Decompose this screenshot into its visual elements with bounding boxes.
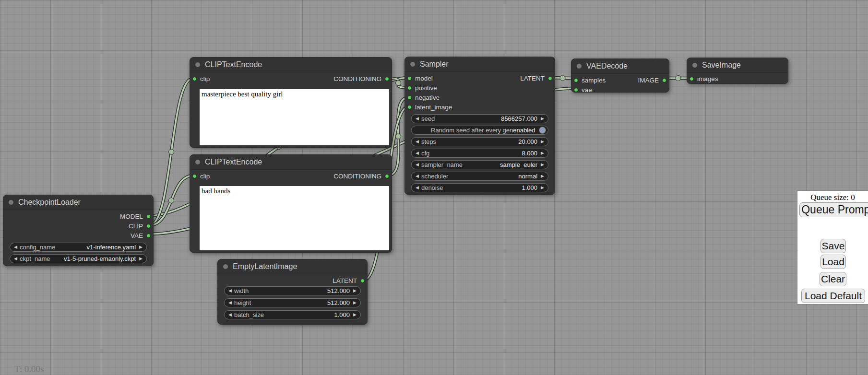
output-label: CLIP [129,223,143,230]
load-button[interactable]: Load [820,255,846,269]
increment-arrow-icon[interactable]: ▶ [353,289,357,293]
input-slot-icon[interactable] [192,174,197,178]
node-title-bar[interactable]: VAEDecode [571,59,669,74]
input-slot-clip: clip [192,75,210,82]
node-title-bar[interactable]: SaveImage [687,58,788,73]
link-midpoint-dot[interactable] [169,198,174,203]
node-title-bar[interactable]: CheckpointLoader [3,195,153,210]
node-save-image[interactable]: SaveImage images [687,58,788,84]
decrement-arrow-icon[interactable]: ◀ [416,117,419,121]
widget-value: 1.000 [522,184,538,191]
widget-label: sampler_name [421,161,463,168]
clear-button[interactable]: Clear [820,272,846,286]
output-slot-icon[interactable] [146,234,151,238]
widget-config-name[interactable]: ◀ config_name v1-inference.yaml ▶ [10,243,147,252]
node-title-bar[interactable]: EmptyLatentImage [218,259,367,274]
widget-denoise[interactable]: ◀ denoise 1.000 ▶ [411,183,548,192]
collapse-dot-icon[interactable] [195,62,200,67]
output-slot-icon[interactable] [360,279,365,283]
widget-sampler-name[interactable]: ◀ sampler_name sample_euler ▶ [411,160,548,169]
output-slot-icon[interactable] [548,76,552,81]
link-midpoint-dot[interactable] [676,76,681,81]
input-slot-icon[interactable] [574,78,578,82]
widget-cfg[interactable]: ◀ cfg 8.000 ▶ [411,149,548,158]
input-slot-icon[interactable] [407,86,412,90]
input-slot-images: images [687,74,788,83]
link-midpoint-dot[interactable] [169,149,174,154]
collapse-dot-icon[interactable] [577,64,582,69]
collapse-dot-icon[interactable] [9,200,13,205]
node-sampler[interactable]: Sampler model LATENT positive negative l… [404,57,555,195]
output-slot-icon[interactable] [146,214,151,219]
output-slot-icon[interactable] [146,224,151,228]
decrement-arrow-icon[interactable]: ◀ [416,186,419,190]
increment-arrow-icon[interactable]: ▶ [541,151,544,155]
widget-steps[interactable]: ◀ steps 20.000 ▶ [411,137,548,146]
widget-seed[interactable]: ◀ seed 8566257.000 ▶ [411,114,548,123]
widget-height[interactable]: ◀ height 512.000 ▶ [224,298,361,307]
increment-arrow-icon[interactable]: ▶ [541,174,544,178]
collapse-dot-icon[interactable] [410,62,415,67]
input-slot-icon[interactable] [574,88,578,92]
input-slot-icon[interactable] [192,77,197,81]
node-clip-text-encode-negative[interactable]: CLIPTextEncode clip CONDITIONING bad han… [190,154,392,253]
output-slot-icon[interactable] [385,174,389,178]
render-time-stat: T: 0.00s [14,364,44,375]
collapse-dot-icon[interactable] [223,264,228,269]
increment-arrow-icon[interactable]: ▶ [541,140,544,144]
decrement-arrow-icon[interactable]: ◀ [416,174,419,178]
link-midpoint-dot[interactable] [396,81,401,86]
input-slot-negative: negative [405,93,555,102]
decrement-arrow-icon[interactable]: ◀ [416,163,419,167]
input-slot-icon[interactable] [407,105,412,109]
output-slot-icon[interactable] [662,78,666,82]
save-button[interactable]: Save [820,239,846,253]
widget-value: v1-5-pruned-emaonly.ckpt [64,255,136,262]
input-label: clip [200,75,210,82]
input-slot-icon[interactable] [407,95,412,100]
decrement-arrow-icon[interactable]: ◀ [14,245,17,249]
widget-scheduler[interactable]: ◀ scheduler normal ▶ [411,172,548,181]
decrement-arrow-icon[interactable]: ◀ [14,257,17,261]
output-label: MODEL [120,213,143,220]
prompt-textarea[interactable]: bad hands [200,186,389,250]
node-checkpoint-loader[interactable]: CheckpointLoader MODEL CLIP VAE ◀ config… [3,195,154,266]
collapse-dot-icon[interactable] [692,63,697,68]
decrement-arrow-icon[interactable]: ◀ [228,301,232,305]
collapse-dot-icon[interactable] [195,160,200,164]
output-slot-icon[interactable] [385,77,389,81]
load-default-button[interactable]: Load Default [801,289,865,303]
node-vae-decode[interactable]: VAEDecode samples IMAGE vae [571,59,669,93]
increment-arrow-icon[interactable]: ▶ [353,313,357,317]
decrement-arrow-icon[interactable]: ◀ [416,151,419,155]
increment-arrow-icon[interactable]: ▶ [541,186,544,190]
node-title-bar[interactable]: CLIPTextEncode [190,58,392,72]
widget-random-seed-toggle[interactable]: Random seed after every gen enabled [411,126,548,135]
node-title-bar[interactable]: CLIPTextEncode [190,155,392,170]
increment-arrow-icon[interactable]: ▶ [541,163,544,167]
input-slot-icon[interactable] [407,76,412,81]
increment-arrow-icon[interactable]: ▶ [139,257,143,261]
widget-ckpt-name[interactable]: ◀ ckpt_name v1-5-pruned-emaonly.ckpt ▶ [10,254,147,263]
decrement-arrow-icon[interactable]: ◀ [228,289,232,293]
node-clip-text-encode-positive[interactable]: CLIPTextEncode clip CONDITIONING masterp… [190,57,392,148]
node-empty-latent-image[interactable]: EmptyLatentImage LATENT ◀ width 512.000 … [217,259,368,325]
widget-batch-size[interactable]: ◀ batch_size 1.000 ▶ [224,310,361,319]
widget-value: 20.000 [518,138,537,145]
decrement-arrow-icon[interactable]: ◀ [228,313,232,317]
increment-arrow-icon[interactable]: ▶ [541,117,544,121]
prompt-textarea[interactable]: masterpiece best quality girl [200,89,389,145]
queue-prompt-button[interactable]: Queue Prompt [799,202,868,217]
increment-arrow-icon[interactable]: ▶ [353,301,357,305]
toggle-circle-icon[interactable] [539,127,546,134]
link-midpoint-dot[interactable] [396,134,401,139]
widget-width[interactable]: ◀ width 512.000 ▶ [224,286,361,295]
node-title-bar[interactable]: Sampler [405,57,555,72]
input-slot-icon[interactable] [690,77,694,81]
output-slot-model: MODEL [3,211,153,221]
widget-value: 512.000 [327,299,350,306]
decrement-arrow-icon[interactable]: ◀ [416,140,419,144]
widget-value: 512.000 [327,287,350,294]
increment-arrow-icon[interactable]: ▶ [139,245,143,249]
link-midpoint-dot[interactable] [560,75,565,81]
